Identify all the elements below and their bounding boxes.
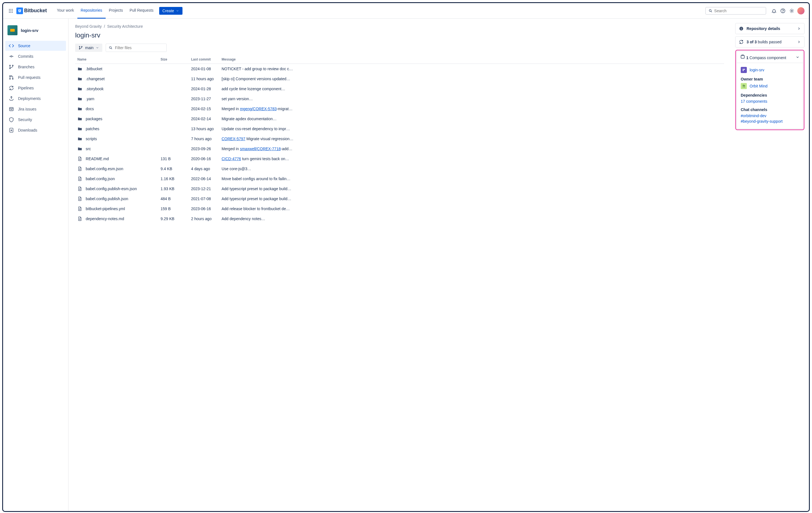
product-name[interactable]: Bitbucket xyxy=(24,8,47,14)
nav-projects[interactable]: Projects xyxy=(106,3,126,19)
owner-team-link[interactable]: Orbit Mind xyxy=(741,83,799,89)
table-row[interactable]: scripts7 hours agoCOREX-5797 Migrate vis… xyxy=(75,134,724,144)
shield-icon xyxy=(8,117,14,123)
table-row[interactable]: .storybook2024-01-28add cycle time lozen… xyxy=(75,84,724,94)
team-icon xyxy=(741,83,747,89)
bitbucket-logo-icon[interactable] xyxy=(17,7,23,14)
settings-icon[interactable] xyxy=(787,6,796,15)
last-commit: 2021-07-08 xyxy=(189,194,220,204)
table-row[interactable]: docs2024-02-15Merged in mgeng/COREX-5783… xyxy=(75,104,724,114)
file-name[interactable]: babel.config.json xyxy=(86,177,115,181)
file-name[interactable]: bitbucket-pipelines.yml xyxy=(86,207,125,211)
issue-link[interactable]: CICD-4776 xyxy=(222,157,241,161)
issue-link[interactable]: COREX-5783 xyxy=(253,107,277,111)
table-row[interactable]: patches13 hours agoUpdate css-reset depe… xyxy=(75,124,724,134)
compass-header[interactable]: 1 Compass component xyxy=(737,51,803,63)
column-header[interactable]: Message xyxy=(220,55,724,64)
help-icon[interactable] xyxy=(778,6,787,15)
table-row[interactable]: .yarn2023-11-27set yarn version… xyxy=(75,94,724,104)
repository-details-panel[interactable]: Repository details xyxy=(735,23,805,34)
dependencies-link[interactable]: 17 components xyxy=(741,99,799,104)
app-switcher-icon[interactable] xyxy=(7,7,14,14)
sidebar-item-security[interactable]: Security xyxy=(5,115,66,125)
chevron-down-icon xyxy=(795,55,800,59)
sidebar-item-source[interactable]: Source xyxy=(5,41,66,51)
notifications-icon[interactable] xyxy=(770,6,778,15)
table-row[interactable]: babel.config.publish.json484 B2021-07-08… xyxy=(75,194,724,204)
component-link[interactable]: login-srv xyxy=(741,67,799,73)
file-name[interactable]: docs xyxy=(86,107,94,111)
issue-link[interactable]: COREX-5797 xyxy=(222,137,245,141)
svg-point-23 xyxy=(79,49,80,49)
file-name[interactable]: packages xyxy=(86,116,102,121)
sidebar-item-deployments[interactable]: Deployments xyxy=(5,93,66,104)
chevron-down-icon xyxy=(176,9,179,12)
file-name[interactable]: .yarn xyxy=(86,97,94,101)
filter-files-input[interactable] xyxy=(106,44,167,52)
builds-panel[interactable]: 3 of 3 builds passed xyxy=(735,36,805,48)
sidebar-item-pipelines[interactable]: Pipelines xyxy=(5,83,66,93)
file-name[interactable]: .changeset xyxy=(86,77,105,81)
table-row[interactable]: src2023-09-26Merged in smaxwell/COREX-77… xyxy=(75,144,724,154)
issue-link[interactable]: COREX-7718 xyxy=(257,146,281,151)
commit-link[interactable]: smaxwell/ xyxy=(240,146,257,151)
file-name[interactable]: README.md xyxy=(86,157,109,161)
nav-repositories[interactable]: Repositories xyxy=(77,3,106,19)
file-name[interactable]: scripts xyxy=(86,137,97,141)
nav-pull-requests[interactable]: Pull Requests xyxy=(126,3,157,19)
file-table: Name Size Last commit Message .bitbucket… xyxy=(75,55,724,224)
file-name[interactable]: .bitbucket xyxy=(86,66,102,71)
file-name[interactable]: .storybook xyxy=(86,87,104,91)
table-row[interactable]: packages2024-02-14Migrate apdex document… xyxy=(75,114,724,124)
table-row[interactable]: bitbucket-pipelines.yml159 B2023-06-16Ad… xyxy=(75,204,724,214)
search-input[interactable] xyxy=(705,7,766,15)
user-avatar[interactable] xyxy=(797,7,805,15)
svg-point-12 xyxy=(791,10,792,11)
column-header[interactable]: Name xyxy=(75,55,158,64)
table-row[interactable]: babel.config.json1.16 KB2022-06-14Move b… xyxy=(75,174,724,184)
sidebar-item-label: Deployments xyxy=(18,96,41,101)
commit-link[interactable]: mgeng/ xyxy=(240,107,253,111)
table-row[interactable]: babel.config.publish-esm.json1.93 KB2023… xyxy=(75,184,724,194)
file-size xyxy=(158,104,189,114)
chevron-right-icon xyxy=(797,27,801,30)
file-name[interactable]: babel.config.publish.json xyxy=(86,196,128,201)
nav-your-work[interactable]: Your work xyxy=(54,3,77,19)
column-header[interactable]: Last commit xyxy=(189,55,220,64)
sidebar-item-commits[interactable]: Commits xyxy=(5,51,66,61)
file-name[interactable]: src xyxy=(86,146,91,151)
column-header[interactable]: Size xyxy=(158,55,189,64)
table-row[interactable]: .bitbucket2024-01-08NOTICKET - add group… xyxy=(75,64,724,74)
sidebar-item-downloads[interactable]: Downloads xyxy=(5,125,66,135)
file-icon xyxy=(77,186,83,191)
repo-header[interactable]: login-srv xyxy=(5,23,66,37)
folder-icon xyxy=(77,106,83,111)
file-name[interactable]: babel.config.esm.json xyxy=(86,167,123,171)
table-row[interactable]: .changeset11 hours ago[skip ci] Componen… xyxy=(75,74,724,84)
table-row[interactable]: babel.config.esm.json9.4 KB4 days agoUse… xyxy=(75,164,724,174)
last-commit: 2020-06-16 xyxy=(189,154,220,164)
create-button[interactable]: Create xyxy=(159,7,182,15)
sidebar-item-pull-requests[interactable]: Pull requests xyxy=(5,73,66,82)
file-name[interactable]: babel.config.publish-esm.json xyxy=(86,187,137,191)
branch-selector[interactable]: main xyxy=(75,44,102,52)
file-icon xyxy=(77,176,83,181)
commit-message: COREX-5797 Migrate visual regression… xyxy=(220,134,724,144)
file-icon xyxy=(77,216,83,221)
breadcrumb-item[interactable]: Security Architecture xyxy=(107,24,143,29)
svg-point-19 xyxy=(12,78,13,79)
last-commit: 4 days ago xyxy=(189,164,220,174)
last-commit: 2024-01-28 xyxy=(189,84,220,94)
file-name[interactable]: dependency-notes.md xyxy=(86,217,124,221)
sidebar-item-branches[interactable]: Branches xyxy=(5,62,66,72)
chat-channel-link[interactable]: #beyond-gravity-support xyxy=(741,119,799,124)
commit-message: Update css-reset dependency to impr… xyxy=(220,124,724,134)
table-row[interactable]: README.md131 B2020-06-16CICD-4776 turn g… xyxy=(75,154,724,164)
file-icon xyxy=(77,196,83,201)
file-name[interactable]: patches xyxy=(86,127,99,131)
chat-channel-link[interactable]: #orbitmind-dev xyxy=(741,113,799,118)
table-row[interactable]: dependency-notes.md9.29 KB2 hours agoAdd… xyxy=(75,214,724,224)
last-commit: 2024-02-14 xyxy=(189,114,220,124)
breadcrumb-item[interactable]: Beyond Gravity xyxy=(75,24,102,29)
sidebar-item-jira-issues[interactable]: Jira issues xyxy=(5,104,66,114)
